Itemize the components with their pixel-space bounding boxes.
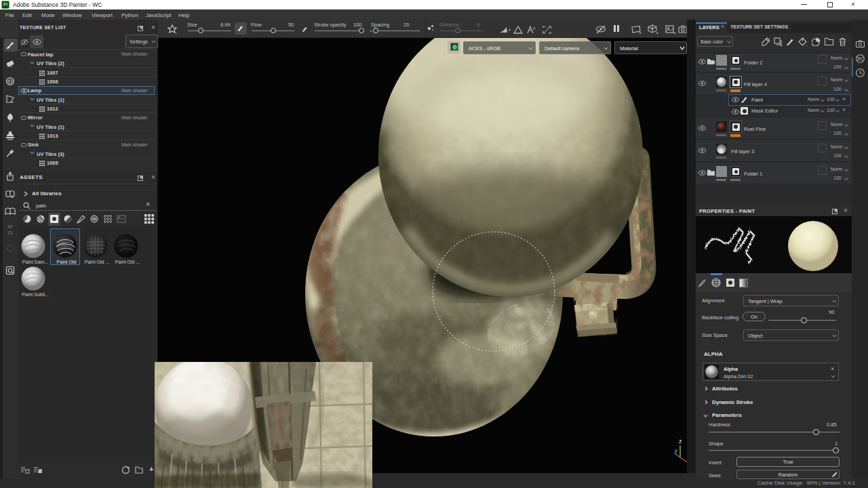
svg-text:4: 4: [533, 26, 536, 30]
svg-text:y: y: [675, 447, 677, 453]
svg-text:z: z: [679, 438, 682, 445]
